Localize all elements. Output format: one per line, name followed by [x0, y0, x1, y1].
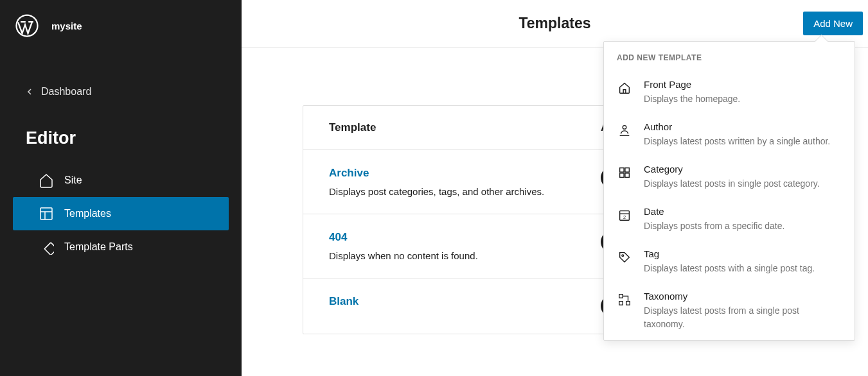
svg-rect-24 [619, 295, 623, 298]
main-header: Templates Add New [242, 0, 868, 47]
dropdown-item-taxonomy[interactable]: Taxonomy Displays latest posts from a si… [604, 284, 855, 340]
sidebar-item-templates[interactable]: Templates [13, 197, 229, 230]
svg-rect-18 [620, 173, 624, 177]
taxonomy-icon [617, 292, 632, 307]
dropdown-item-title: Tag [644, 248, 842, 259]
sidebar-item-label: Site [64, 175, 82, 186]
template-cell: Blank [329, 295, 601, 314]
add-new-template-dropdown: ADD NEW TEMPLATE Front Page Displays the… [603, 41, 855, 341]
dropdown-item-title: Taxonomy [644, 291, 842, 302]
home-icon [617, 80, 632, 96]
sidebar-item-label: Template Parts [64, 241, 133, 253]
home-icon [39, 173, 54, 188]
dropdown-header: ADD NEW TEMPLATE [604, 42, 855, 73]
editor-title: Editor [0, 107, 242, 164]
site-name: mysite [51, 21, 82, 31]
dropdown-item-desc: Displays latest posts written by a singl… [644, 135, 842, 148]
sidebar: mysite Dashboard Editor Site Templates T… [0, 0, 242, 376]
svg-rect-25 [626, 302, 630, 305]
dropdown-item-front-page[interactable]: Front Page Displays the homepage. [604, 73, 855, 115]
wordpress-logo-icon [15, 14, 39, 37]
dropdown-item-tag[interactable]: Tag Displays latest posts with a single … [604, 242, 855, 284]
column-header-template: Template [329, 121, 601, 134]
main-content: Templates Add New Template Added by Arch… [242, 0, 868, 376]
template-link[interactable]: Blank [329, 295, 601, 308]
sidebar-item-template-parts[interactable]: Template Parts [13, 230, 229, 264]
template-link[interactable]: Archive [329, 167, 601, 180]
svg-rect-16 [620, 168, 624, 172]
page-title: Templates [518, 15, 590, 32]
svg-point-14 [623, 126, 626, 130]
template-link[interactable]: 404 [329, 231, 601, 244]
svg-point-23 [622, 255, 624, 257]
svg-rect-19 [625, 173, 629, 177]
calendar-icon: 2 [617, 207, 632, 223]
sidebar-item-label: Templates [64, 208, 111, 219]
add-new-button[interactable]: Add New [803, 12, 863, 35]
dropdown-item-desc: Displays the homepage. [644, 92, 842, 106]
grid-icon [617, 165, 632, 180]
dropdown-item-desc: Displays latest posts in single post cat… [644, 177, 842, 191]
layout-icon [39, 206, 54, 221]
dropdown-item-desc: Displays latest posts from a single post… [644, 304, 842, 331]
svg-rect-26 [619, 302, 623, 305]
chevron-left-icon [24, 87, 35, 97]
dropdown-item-title: Date [644, 206, 842, 217]
svg-rect-17 [625, 168, 629, 172]
template-cell: Archive Displays post categories, tags, … [329, 167, 601, 197]
template-cell: 404 Displays when no content is found. [329, 231, 601, 261]
dropdown-item-title: Category [644, 164, 842, 175]
back-label: Dashboard [41, 86, 91, 98]
svg-text:2: 2 [623, 214, 626, 220]
dropdown-item-title: Front Page [644, 79, 842, 90]
tag-icon [617, 250, 632, 265]
author-icon [617, 123, 632, 138]
template-desc: Displays post categories, tags, and othe… [329, 186, 601, 197]
svg-rect-4 [44, 243, 54, 255]
dropdown-item-desc: Displays latest posts with a single post… [644, 262, 842, 275]
dropdown-item-title: Author [644, 121, 842, 132]
dropdown-item-author[interactable]: Author Displays latest posts written by … [604, 115, 855, 157]
sidebar-header: mysite [0, 0, 242, 51]
sidebar-item-site[interactable]: Site [13, 164, 229, 197]
back-to-dashboard[interactable]: Dashboard [0, 77, 242, 107]
template-desc: Displays when no content is found. [329, 250, 601, 261]
diamond-icon [39, 239, 54, 255]
svg-rect-1 [40, 208, 52, 219]
dropdown-item-desc: Displays posts from a specific date. [644, 219, 842, 233]
dropdown-item-date[interactable]: 2 Date Displays posts from a specific da… [604, 200, 855, 242]
dropdown-item-category[interactable]: Category Displays latest posts in single… [604, 157, 855, 200]
